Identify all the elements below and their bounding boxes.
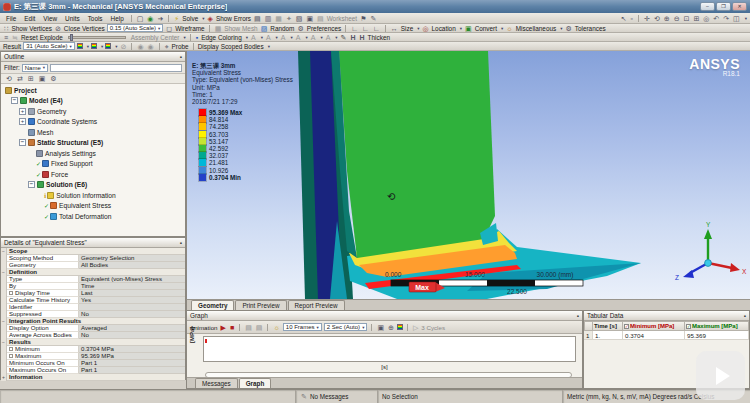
details-row[interactable]: Identifier — [1, 304, 185, 311]
pan-icon[interactable]: ✛ — [643, 15, 651, 22]
tree-item-geometry[interactable]: + Geometry — [3, 106, 185, 117]
edge-angle-icon[interactable]: ∟ — [372, 25, 381, 32]
result-scale-dropdown[interactable]: 31 (Auto Scale) ▾ — [23, 42, 75, 50]
probe-icon[interactable]: ⌖ — [164, 43, 170, 50]
show-vertices-button[interactable]: Show Vertices — [11, 25, 52, 32]
location-dropdown[interactable]: Location — [432, 25, 456, 32]
expand-icon[interactable]: + — [19, 108, 26, 115]
pin-icon[interactable]: ▪ — [180, 54, 182, 60]
capture-icon[interactable]: ◉ — [147, 43, 155, 50]
tree-item-mesh[interactable]: Mesh — [3, 127, 185, 138]
show-errors-icon[interactable]: ◈ — [207, 15, 214, 22]
worksheet-icon[interactable]: ▤ — [316, 15, 325, 22]
edge-type-icon[interactable]: A — [265, 34, 272, 41]
goto-icon[interactable]: ➜ — [156, 15, 164, 22]
zoom-in-icon[interactable]: ⊕ — [663, 15, 671, 22]
show-mesh-icon[interactable]: ▦ — [214, 25, 223, 32]
details-row[interactable]: Minimum Occurs OnPart 1 — [1, 360, 185, 367]
reset-button[interactable]: Reset — [21, 34, 38, 41]
details-row[interactable]: Calculate Time HistoryYes — [1, 297, 185, 304]
maximum-cell[interactable]: 95.369 — [685, 331, 749, 340]
animate-checkbox[interactable] — [9, 347, 13, 351]
tree-item-solution[interactable]: − Solution (E6) — [3, 180, 185, 191]
tag-icon[interactable]: ⚑ — [359, 15, 367, 22]
edge-angle-icon[interactable]: ∟ — [361, 25, 370, 32]
pen-icon[interactable]: ✎ — [369, 15, 377, 22]
stop-icon[interactable]: ■ — [229, 324, 235, 331]
details-row[interactable]: ByTime — [1, 283, 185, 290]
animate-checkbox[interactable] — [9, 354, 13, 358]
slider-handle[interactable] — [70, 34, 73, 41]
display-dropdown[interactable]: Scoped Bodies — [221, 43, 264, 50]
flsd-icon[interactable]: ▣ — [38, 75, 47, 82]
zoom-box-icon[interactable]: ⊡ — [683, 15, 691, 22]
tree-item-coordinate-systems[interactable]: + Coordinate Systems — [3, 117, 185, 128]
duration-dropdown[interactable]: 2 Sec (Auto) ▾ — [324, 323, 368, 331]
assemble-icon[interactable]: ≒ — [11, 34, 19, 41]
graph-plot-area[interactable] — [203, 336, 576, 362]
frames-dropdown[interactable]: 10 Frames ▾ — [283, 323, 322, 331]
edge-type-icon[interactable]: A — [250, 34, 257, 41]
tree-item-analysis-settings[interactable]: Analysis Settings — [3, 148, 185, 159]
wireframe-button[interactable]: Wireframe — [175, 25, 204, 32]
grid-icon[interactable]: ▥ — [264, 15, 273, 22]
location-icon[interactable]: ◎ — [421, 25, 429, 32]
chevron-down-icon[interactable]: ▾ — [745, 16, 747, 21]
tree-item-total-deformation[interactable]: ✓ Total Deformation — [3, 211, 185, 222]
collapse-icon[interactable]: − — [28, 181, 35, 188]
refresh-tree-icon[interactable]: ⟲ — [5, 75, 13, 82]
maximize-icon[interactable]: ❐ — [716, 2, 731, 11]
status-messages[interactable]: ✎ No Messages — [296, 390, 378, 403]
orientation-triad[interactable]: Y X Z — [675, 221, 747, 281]
collapse-icon[interactable]: − — [19, 139, 26, 146]
grid-icon[interactable]: ▤ — [253, 15, 262, 22]
convert-dropdown[interactable]: Convert — [475, 25, 497, 32]
refresh-icon[interactable]: ◉ — [146, 15, 154, 22]
details-row[interactable]: Maximum95.369 MPa — [1, 353, 185, 360]
tab-graph[interactable]: Graph — [239, 378, 272, 388]
details-row[interactable]: Minimum0.3704 MPa — [1, 346, 185, 353]
explode-slider[interactable] — [68, 36, 126, 39]
column-checkbox[interactable]: ✓ — [624, 324, 629, 329]
zoom-chart-icon[interactable]: ⊕ — [387, 324, 395, 331]
miscellaneous-icon[interactable]: ☼ — [505, 25, 513, 32]
chart-style-icon[interactable] — [397, 324, 403, 330]
tolerances-button[interactable]: Tolerances — [575, 25, 606, 32]
vertex-scale-dropdown[interactable]: 0.15 (Auto Scale) ▾ — [107, 24, 164, 32]
pin-icon[interactable]: ▪ — [577, 313, 579, 319]
viewport-split-icon[interactable]: ◫ — [732, 15, 741, 22]
random-icon[interactable]: ▨ — [260, 25, 269, 32]
geometry-style-icon[interactable] — [105, 43, 111, 49]
swap-icon[interactable]: ⇄ — [16, 75, 24, 82]
box-select-icon[interactable]: ▫ — [630, 15, 634, 22]
menu-units[interactable]: Units — [62, 15, 83, 22]
cycles-icon[interactable]: ▷ — [412, 324, 419, 331]
menu-file[interactable]: File — [3, 15, 19, 22]
menu-view[interactable]: View — [40, 15, 60, 22]
preferences-icon[interactable]: ⚙ — [296, 25, 304, 32]
details-row[interactable]: TypeEquivalent (von-Mises) Stress — [1, 276, 185, 283]
tab-print-preview[interactable]: Print Preview — [235, 300, 286, 310]
filter-input[interactable] — [50, 64, 182, 72]
pen-icon[interactable]: ✎ — [340, 34, 348, 41]
details-row[interactable]: Scoping MethodGeometry Selection — [1, 255, 185, 262]
close-vertices-icon[interactable]: ⊘ — [54, 25, 62, 32]
tolerances-icon[interactable]: ⚙ — [564, 25, 572, 32]
edge-type-icon[interactable]: A — [280, 34, 287, 41]
minimum-cell[interactable]: 0.3704 — [623, 331, 685, 340]
sheet-icon[interactable]: ▧ — [295, 15, 304, 22]
thicken-button[interactable]: Thicken — [368, 34, 390, 41]
chevron-down-icon[interactable]: ▾ — [202, 16, 204, 21]
tree-options-icon[interactable]: ⚙ — [49, 75, 57, 82]
random-button[interactable]: Random — [270, 25, 294, 32]
convert-icon[interactable]: ▣ — [464, 25, 473, 32]
close-icon[interactable]: ✕ — [732, 2, 747, 11]
capture-icon[interactable]: ◉ — [136, 43, 144, 50]
minimum-column-header[interactable]: ✓Minimum [MPa] — [623, 321, 685, 331]
zoom-out-icon[interactable]: ⊖ — [673, 15, 681, 22]
tree-item-model[interactable]: − Model (E4) — [3, 96, 185, 107]
time-cell[interactable]: 1. — [593, 331, 623, 340]
zoom-fit-icon[interactable]: ⊞ — [692, 15, 700, 22]
edge-type-icon[interactable]: A — [310, 34, 317, 41]
filter-dropdown[interactable]: Name ▾ — [22, 64, 48, 72]
